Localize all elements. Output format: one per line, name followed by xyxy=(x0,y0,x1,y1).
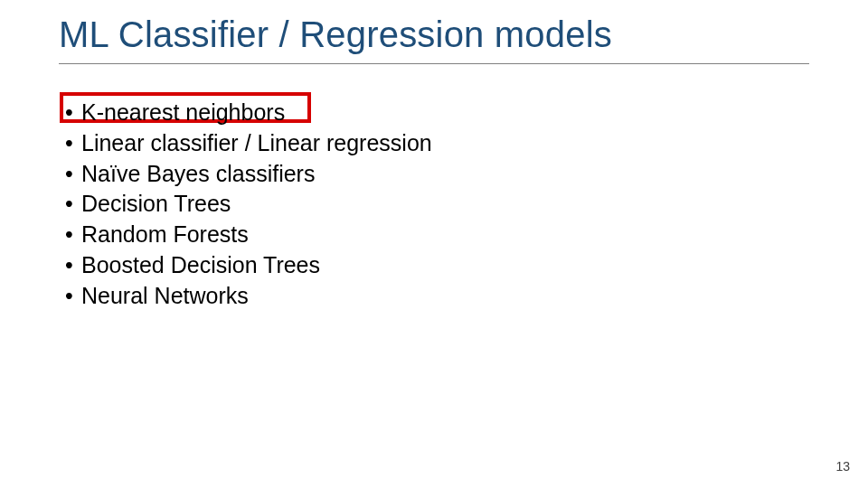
bullet-item: Naïve Bayes classifiers xyxy=(65,159,432,190)
bullet-item: Boosted Decision Trees xyxy=(65,250,432,281)
bullet-item: Decision Trees xyxy=(65,189,432,220)
bullet-item: Linear classifier / Linear regression xyxy=(65,128,432,159)
title-underline xyxy=(59,63,809,64)
bullet-item: K-nearest neighbors xyxy=(65,98,432,128)
page-number: 13 xyxy=(835,459,850,474)
bullet-item: Neural Networks xyxy=(65,281,432,312)
bullet-list: K-nearest neighbors Linear classifier / … xyxy=(65,98,432,311)
slide-title: ML Classifier / Regression models xyxy=(59,14,612,55)
slide: ML Classifier / Regression models K-near… xyxy=(0,0,868,488)
bullet-item: Random Forests xyxy=(65,220,432,250)
